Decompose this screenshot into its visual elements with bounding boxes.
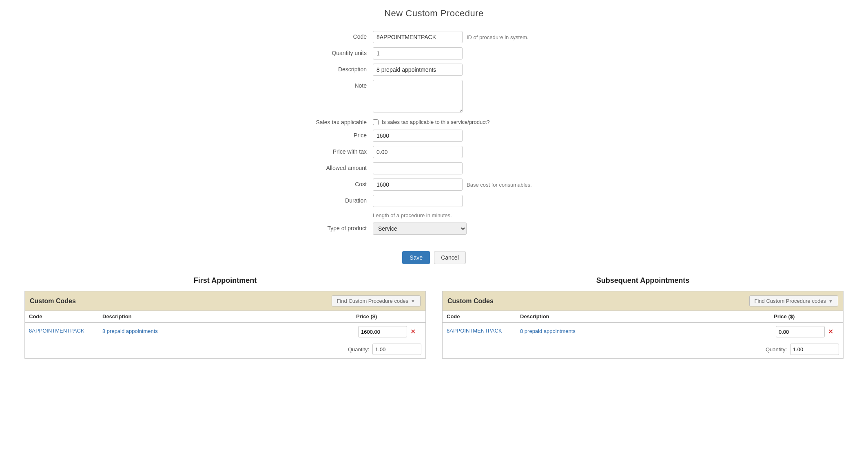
quantity-units-input[interactable] bbox=[373, 47, 463, 60]
cost-label: Cost bbox=[291, 178, 373, 187]
subsequent-appointments-custom-codes-title: Custom Codes bbox=[447, 298, 494, 305]
allowed-amount-row: Allowed amount bbox=[291, 162, 577, 174]
first-row-delete-button[interactable]: ✕ bbox=[410, 328, 416, 336]
type-of-product-row: Type of product Service Product Lab bbox=[291, 223, 577, 235]
code-label: Code bbox=[291, 31, 373, 40]
first-appointment-col-headers: Code Description Price ($) bbox=[25, 311, 425, 323]
cost-input[interactable] bbox=[373, 178, 463, 191]
first-row-price-wrap: ✕ bbox=[358, 326, 421, 337]
first-col-code: Code bbox=[29, 313, 102, 320]
subsequent-appointments-quantity-row: Quantity: bbox=[443, 341, 843, 358]
note-row: Note bbox=[291, 80, 577, 112]
note-label: Note bbox=[291, 80, 373, 89]
subsequent-appointments-table-header: Custom Codes Find Custom Procedure codes… bbox=[443, 291, 843, 311]
first-appointment-find-codes-button[interactable]: Find Custom Procedure codes ▼ bbox=[332, 295, 421, 306]
subsequent-row-price-wrap: ✕ bbox=[776, 326, 839, 337]
first-quantity-input[interactable] bbox=[372, 344, 421, 355]
subsequent-appointments-find-codes-button[interactable]: Find Custom Procedure codes ▼ bbox=[749, 295, 838, 306]
quantity-units-label: Quantity units bbox=[291, 47, 373, 56]
sales-tax-label: Sales tax applicable bbox=[291, 117, 373, 126]
subsequent-row-code[interactable]: 8APPOINTMENTPACK bbox=[447, 326, 517, 334]
sales-tax-checkbox-label: Is sales tax applicable to this service/… bbox=[382, 119, 489, 125]
price-with-tax-input[interactable] bbox=[373, 146, 463, 158]
allowed-amount-input[interactable] bbox=[373, 162, 463, 174]
type-of-product-select[interactable]: Service Product Lab bbox=[373, 223, 467, 235]
description-label: Description bbox=[291, 64, 373, 73]
page-title: New Custom Procedure bbox=[16, 8, 852, 19]
first-quantity-label: Quantity: bbox=[348, 346, 369, 353]
subsequent-appointments-col-headers: Code Description Price ($) bbox=[443, 311, 843, 323]
description-input[interactable] bbox=[373, 64, 463, 76]
duration-input[interactable] bbox=[373, 195, 463, 207]
subsequent-appointments-custom-codes-table: Custom Codes Find Custom Procedure codes… bbox=[442, 291, 844, 359]
new-custom-procedure-form: Code ID of procedure in system. Quantity… bbox=[16, 31, 852, 239]
subsequent-quantity-label: Quantity: bbox=[766, 346, 787, 353]
duration-row: Duration Length of a procedure in minute… bbox=[291, 195, 577, 218]
sales-tax-row: Sales tax applicable Is sales tax applic… bbox=[291, 117, 577, 126]
dropdown-arrow-icon-subsequent: ▼ bbox=[828, 299, 833, 304]
first-appointment-col: First Appointment Custom Codes Find Cust… bbox=[24, 276, 426, 359]
code-row: Code ID of procedure in system. bbox=[291, 31, 577, 43]
type-of-product-label: Type of product bbox=[291, 223, 373, 231]
subsequent-appointments-col: Subsequent Appointments Custom Codes Fin… bbox=[442, 276, 844, 359]
allowed-amount-label: Allowed amount bbox=[291, 162, 373, 171]
find-codes-label-first: Find Custom Procedure codes bbox=[337, 298, 409, 304]
price-label: Price bbox=[291, 130, 373, 139]
price-with-tax-label: Price with tax bbox=[291, 146, 373, 155]
cancel-button[interactable]: Cancel bbox=[434, 251, 466, 264]
subsequent-quantity-input[interactable] bbox=[790, 344, 839, 355]
subsequent-col-price: Price ($) bbox=[774, 313, 839, 320]
subsequent-col-code: Code bbox=[447, 313, 520, 320]
first-row-code[interactable]: 8APPOINTMENTPACK bbox=[29, 326, 99, 334]
subsequent-row-description[interactable]: 8 prepaid appointments bbox=[520, 326, 773, 335]
duration-label: Duration bbox=[291, 195, 373, 204]
save-button[interactable]: Save bbox=[402, 251, 430, 264]
first-appointment-quantity-row: Quantity: bbox=[25, 341, 425, 358]
first-appointment-table-header: Custom Codes Find Custom Procedure codes… bbox=[25, 291, 425, 311]
first-row-price-input[interactable] bbox=[358, 326, 407, 337]
first-row-description[interactable]: 8 prepaid appointments bbox=[102, 326, 355, 335]
appointments-section: First Appointment Custom Codes Find Cust… bbox=[16, 276, 852, 359]
price-row: Price bbox=[291, 130, 577, 142]
first-col-price: Price ($) bbox=[356, 313, 421, 320]
duration-hint: Length of a procedure in minutes. bbox=[373, 212, 452, 218]
cost-row: Cost Base cost for consumables. bbox=[291, 178, 577, 191]
code-hint: ID of procedure in system. bbox=[467, 34, 529, 40]
cost-hint: Base cost for consumables. bbox=[467, 182, 532, 188]
first-col-description: Description bbox=[102, 313, 356, 320]
find-codes-label-subsequent: Find Custom Procedure codes bbox=[755, 298, 826, 304]
subsequent-col-description: Description bbox=[520, 313, 774, 320]
first-appointment-heading: First Appointment bbox=[24, 276, 426, 285]
description-row: Description bbox=[291, 64, 577, 76]
first-appointment-custom-codes-table: Custom Codes Find Custom Procedure codes… bbox=[24, 291, 426, 359]
form-actions: Save Cancel bbox=[16, 251, 852, 264]
code-input[interactable] bbox=[373, 31, 463, 43]
quantity-units-row: Quantity units bbox=[291, 47, 577, 60]
dropdown-arrow-icon-first: ▼ bbox=[411, 299, 415, 304]
price-input[interactable] bbox=[373, 130, 463, 142]
subsequent-row-price-input[interactable] bbox=[776, 326, 825, 337]
sales-tax-checkbox[interactable] bbox=[373, 119, 379, 125]
first-appointment-custom-codes-title: Custom Codes bbox=[30, 298, 76, 305]
subsequent-row-delete-button[interactable]: ✕ bbox=[827, 328, 834, 336]
price-with-tax-row: Price with tax bbox=[291, 146, 577, 158]
subsequent-appointments-heading: Subsequent Appointments bbox=[442, 276, 844, 285]
note-input[interactable] bbox=[373, 80, 463, 112]
subsequent-appointments-data-row: 8APPOINTMENTPACK 8 prepaid appointments … bbox=[443, 323, 843, 341]
first-appointment-data-row: 8APPOINTMENTPACK 8 prepaid appointments … bbox=[25, 323, 425, 341]
